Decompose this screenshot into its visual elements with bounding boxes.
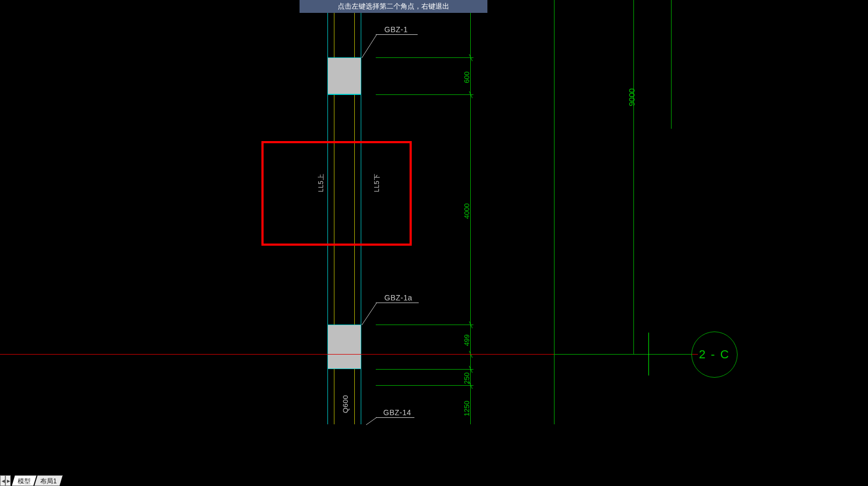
grid-axis-rr [671,0,672,129]
block-gbz1a-outline [327,325,361,369]
leader-gbz14-diag [366,417,377,427]
prompt-bar: 点击左键选择第二个角点，右键退出 [300,0,487,13]
tab-layout1[interactable]: 布局1 [34,475,63,486]
leader-gbz1a-h [376,303,419,303]
label-gbz14: GBZ-14 [383,408,411,417]
tab-arrows: ◄ ► [0,475,11,486]
layout-tab-strip: ◄ ► 模型 布局1 [0,474,868,486]
dim-ext-600-bot [376,94,473,95]
svg-line-2 [366,417,377,425]
edge [327,94,361,95]
dim-9000: 9000 [627,89,636,106]
label-gbz1: GBZ-1 [384,25,408,34]
tab-model[interactable]: 模型 [12,475,37,486]
grid-leader-h [554,354,691,355]
dim-axis-9000 [633,0,634,354]
label-q600: Q600 [341,395,349,413]
label-gbz1a: GBZ-1a [384,293,412,302]
edge [327,57,361,58]
dim-600: 600 [463,71,471,83]
leader-gbz1-diag [362,34,377,58]
block-gbz1-outline [327,57,361,94]
grid-axis-v-far [554,0,555,424]
grid-corner-v [648,333,649,375]
leader-gbz1a-diag [362,303,377,327]
cad-viewport: 点击左键选择第二个角点，右键退出 GBZ-1 GBZ-1a [0,0,868,486]
dim-499: 499 [463,334,471,346]
prompt-text: 点击左键选择第二个角点，右键退出 [338,2,449,10]
dim-ext-600-top [376,57,473,58]
tab-arrow-prev-icon[interactable]: ◄ [0,475,5,486]
svg-line-1 [362,303,377,325]
dim-ext-4000-bot [376,325,473,325]
tab-arrow-next-icon[interactable]: ► [5,475,11,486]
selection-rectangle[interactable] [261,141,412,246]
drawing-canvas[interactable]: GBZ-1 GBZ-1a GBZ-14 LL5上 LL5下 Q600 600 4… [0,0,868,486]
dim-ext-1250-top [376,385,473,386]
grid-label-2c: 2 - C [699,348,730,362]
svg-line-0 [362,34,377,58]
tab-model-label: 模型 [18,477,31,485]
dim-1250: 1250 [463,401,471,416]
dim-ext-250 [376,369,473,370]
leader-gbz14-h [376,417,414,418]
leader-gbz1-h [376,34,418,35]
tab-layout1-label: 布局1 [40,477,57,485]
dim-4000: 4000 [463,203,471,219]
